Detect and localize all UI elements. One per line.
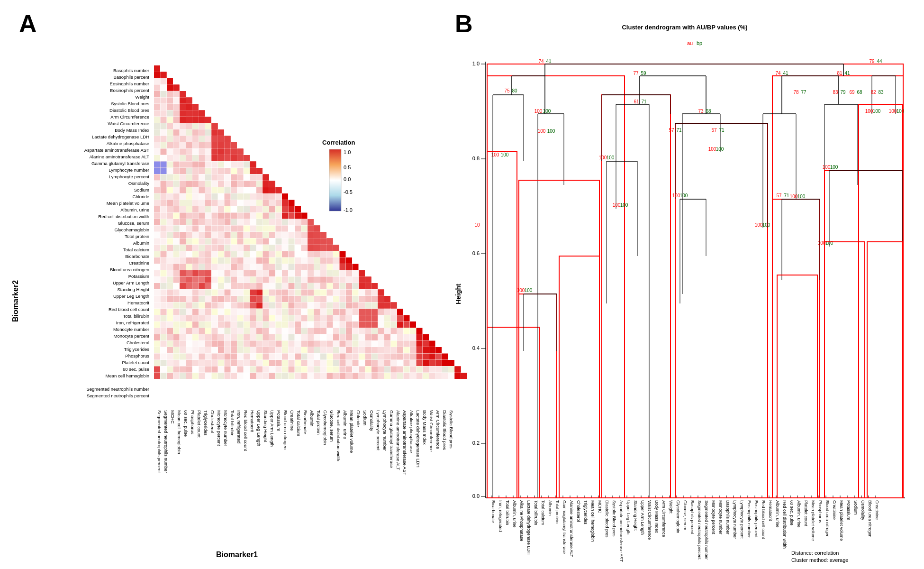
svg-text:Hematocrit: Hematocrit	[250, 410, 255, 432]
svg-text:Segmented neutrophils percent: Segmented neutrophils percent	[157, 410, 162, 473]
svg-text:Segmented neutrophils number: Segmented neutrophils number	[704, 500, 709, 560]
svg-text:100: 100	[762, 222, 770, 228]
svg-text:0.2: 0.2	[472, 440, 480, 446]
svg-text:Glycohemoglobin: Glycohemoglobin	[323, 410, 328, 445]
bp-label: bp	[697, 40, 702, 46]
svg-text:80: 80	[512, 88, 517, 93]
svg-text:100: 100	[716, 147, 724, 152]
svg-text:78: 78	[793, 90, 799, 95]
svg-text:Platelet count: Platelet count	[804, 500, 808, 526]
distance-label: Distance: correlation	[791, 550, 839, 556]
svg-text:Mean cell hemoglobin: Mean cell hemoglobin	[177, 410, 182, 454]
svg-text:59: 59	[641, 71, 646, 76]
svg-text:Cholesterol: Cholesterol	[210, 410, 215, 433]
svg-rect-1634	[675, 123, 768, 498]
svg-rect-1673	[777, 275, 817, 498]
svg-text:Alkaline phosphatase: Alkaline phosphatase	[107, 141, 149, 146]
svg-text:0.0: 0.0	[472, 493, 480, 499]
svg-text:79: 79	[840, 90, 846, 95]
svg-text:Total bilirubin: Total bilirubin	[505, 500, 510, 525]
svg-text:44: 44	[877, 59, 882, 64]
svg-rect-1641	[559, 256, 599, 498]
svg-text:10: 10	[474, 222, 480, 228]
svg-text:Red cell distribution width: Red cell distribution width	[782, 500, 787, 549]
svg-text:Albumin: Albumin	[309, 410, 315, 426]
svg-text:Upper Leg Length: Upper Leg Length	[256, 410, 262, 446]
svg-text:Arm Circumference: Arm Circumference	[661, 500, 666, 537]
svg-text:Arm Circumference: Arm Circumference	[110, 114, 149, 119]
svg-text:Phosphorus: Phosphorus	[125, 353, 149, 358]
svg-text:Albumin, urine: Albumin, urine	[512, 500, 517, 528]
svg-text:Upper Arm Length: Upper Arm Length	[640, 500, 645, 535]
svg-text:Eosinophils percent: Eosinophils percent	[754, 500, 759, 538]
svg-text:Red cell distribution width: Red cell distribution width	[98, 214, 149, 219]
svg-text:Bicarbonate: Bicarbonate	[303, 410, 308, 434]
svg-text:Total calcium: Total calcium	[296, 410, 301, 436]
svg-text:Basophils number: Basophils number	[725, 500, 730, 534]
svg-text:Body Mass Index: Body Mass Index	[654, 500, 659, 533]
svg-text:Red blood cell count: Red blood cell count	[243, 410, 248, 451]
svg-text:69: 69	[849, 90, 855, 95]
svg-text:Bicarbonate: Bicarbonate	[491, 500, 496, 523]
svg-text:71: 71	[784, 193, 789, 198]
svg-text:100: 100	[755, 222, 763, 228]
x-axis-label: Biomarker1	[216, 551, 258, 559]
svg-text:Weight: Weight	[669, 500, 673, 514]
svg-text:Arm Circumference: Arm Circumference	[435, 410, 441, 449]
svg-text:Blood urea nitrogen: Blood urea nitrogen	[825, 500, 830, 538]
svg-text:Sodium: Sodium	[134, 187, 149, 193]
svg-text:Total protein: Total protein	[316, 410, 321, 435]
height-axis-label: Height	[454, 284, 462, 304]
svg-text:Upper Arm Length: Upper Arm Length	[113, 280, 149, 285]
svg-text:100: 100	[613, 202, 621, 208]
svg-text:Creatinine: Creatinine	[129, 260, 149, 266]
svg-text:Weight: Weight	[136, 94, 150, 100]
svg-text:Monocyte number: Monocyte number	[718, 500, 723, 534]
svg-text:Lymphocyte percent: Lymphocyte percent	[109, 174, 150, 179]
svg-text:Systolic Blood pres: Systolic Blood pres	[612, 500, 616, 537]
svg-text:Lymphocyte percent: Lymphocyte percent	[376, 410, 381, 451]
svg-text:-0.5: -0.5	[344, 189, 353, 195]
svg-text:Eosinophils percent: Eosinophils percent	[110, 88, 149, 93]
svg-text:Red cell distribution width: Red cell distribution width	[336, 410, 341, 461]
svg-text:Gammaglutamyl transferase: Gammaglutamyl transferase	[562, 500, 567, 554]
svg-text:Systolic Blood pres: Systolic Blood pres	[111, 101, 149, 106]
svg-text:Segmented neutrophils percent: Segmented neutrophils percent	[87, 393, 149, 398]
svg-text:Monocyte percent: Monocyte percent	[113, 333, 149, 339]
svg-text:Monocyte percent: Monocyte percent	[217, 410, 222, 446]
svg-text:Lymphocyte percent: Lymphocyte percent	[740, 500, 744, 539]
svg-text:Body Mass Index: Body Mass Index	[422, 410, 427, 445]
svg-text:Iron, refrigerated: Iron, refrigerated	[236, 410, 242, 443]
svg-text:Glucose, serum: Glucose, serum	[683, 500, 688, 530]
svg-text:Standing Height: Standing Height	[263, 410, 268, 442]
svg-text:Mean cell hemoglobin: Mean cell hemoglobin	[106, 373, 149, 378]
dendrogram-title: Cluster dendrogram with AU/BP values (%)	[622, 24, 747, 31]
svg-text:Monocyte percent: Monocyte percent	[711, 500, 716, 534]
svg-text:Platelet count: Platelet count	[197, 410, 202, 438]
svg-text:Iron, refrigerated: Iron, refrigerated	[116, 320, 149, 325]
svg-text:0.4: 0.4	[472, 345, 480, 351]
svg-text:100: 100	[620, 202, 628, 208]
svg-text:68: 68	[857, 90, 862, 95]
svg-text:57: 57	[711, 128, 717, 133]
svg-text:100: 100	[538, 128, 546, 134]
svg-text:83: 83	[878, 90, 884, 95]
svg-text:Standing Height: Standing Height	[633, 500, 638, 531]
svg-text:Albumin, urine: Albumin, urine	[775, 500, 780, 528]
svg-text:100: 100	[517, 288, 525, 293]
svg-text:Alanine aminotransferase ALT: Alanine aminotransferase ALT	[396, 410, 401, 470]
svg-text:83: 83	[833, 90, 838, 95]
svg-text:100: 100	[889, 109, 897, 114]
svg-text:Osmolality: Osmolality	[128, 181, 150, 186]
svg-text:Blood urea nitrogen: Blood urea nitrogen	[110, 267, 149, 272]
svg-text:Potassium: Potassium	[846, 500, 851, 520]
svg-text:Sodium: Sodium	[853, 500, 858, 515]
svg-text:Aspartate aminotransferase AST: Aspartate aminotransferase AST	[402, 410, 408, 475]
svg-text:Diastolic Blood pres: Diastolic Blood pres	[109, 108, 149, 113]
svg-text:Total protein: Total protein	[555, 500, 560, 523]
svg-text:Potassium: Potassium	[128, 274, 149, 279]
svg-text:100: 100	[534, 109, 543, 114]
svg-text:MCHC: MCHC	[598, 500, 602, 513]
svg-text:Albumin, urine: Albumin, urine	[120, 207, 149, 212]
svg-text:100: 100	[525, 288, 533, 293]
